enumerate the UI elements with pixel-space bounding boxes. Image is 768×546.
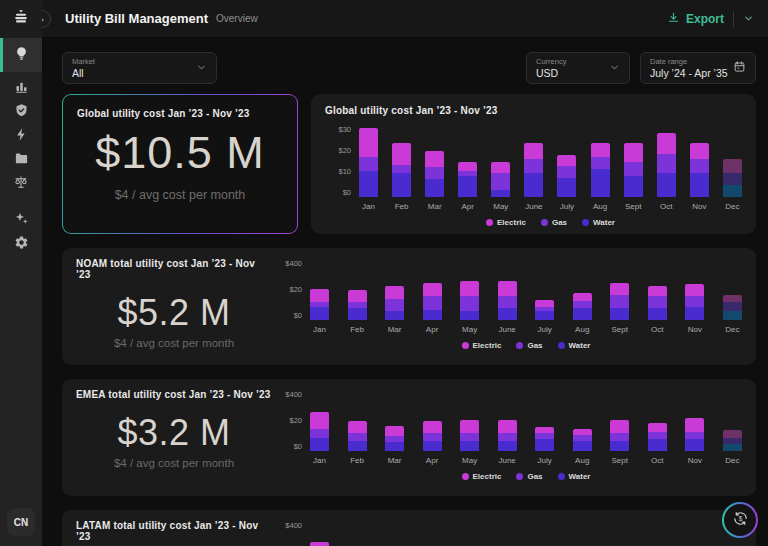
x-axis-label: Aug bbox=[591, 202, 610, 211]
export-button[interactable]: Export bbox=[667, 10, 724, 28]
bar-mar[interactable] bbox=[425, 151, 444, 197]
bar-may[interactable] bbox=[460, 420, 479, 452]
bar-may[interactable] bbox=[460, 281, 479, 320]
legend-item-gas[interactable]: Gas bbox=[541, 218, 567, 227]
global-kpi-title: Global utility cost Jan ’23 - Nov ’23 bbox=[77, 108, 283, 119]
emea-kpi: EMEA total utility cost Jan ’23 - Nov ’2… bbox=[76, 389, 272, 488]
legend-item-gas[interactable]: Gas bbox=[516, 341, 542, 350]
legend-item-electric[interactable]: Electric bbox=[462, 472, 502, 481]
legend-item-electric[interactable]: Electric bbox=[462, 341, 502, 350]
sidebar-item-ai[interactable] bbox=[0, 208, 42, 232]
bar-nov[interactable] bbox=[685, 418, 704, 451]
legend-dot bbox=[558, 473, 565, 480]
emea-title: EMEA total utility cost Jan ’23 - Nov ’2… bbox=[76, 389, 272, 400]
bar-aug[interactable] bbox=[573, 429, 592, 452]
sidebar-item-utilities[interactable] bbox=[0, 38, 42, 72]
bar-segment-electric bbox=[423, 283, 442, 296]
sidebar-item-energy[interactable] bbox=[0, 124, 42, 148]
bar-feb[interactable] bbox=[348, 290, 367, 320]
bar-segment-electric bbox=[723, 430, 742, 438]
bar-july[interactable] bbox=[535, 427, 554, 451]
x-axis-label: Sept bbox=[610, 325, 629, 334]
bar-apr[interactable] bbox=[458, 162, 477, 197]
export-options-button[interactable] bbox=[743, 10, 754, 28]
bar-sept[interactable] bbox=[624, 143, 643, 197]
bar-segment-gas bbox=[573, 301, 592, 309]
bar-jan[interactable] bbox=[310, 289, 329, 321]
sidebar-item-documents[interactable] bbox=[0, 148, 42, 172]
noam-utility-chart: $400$20$0 JanFebMarAprMayJuneJulyAugSept… bbox=[272, 258, 742, 357]
sidebar-item-analytics[interactable] bbox=[0, 76, 42, 100]
sidebar: CN bbox=[0, 0, 42, 546]
bar-june[interactable] bbox=[498, 420, 517, 452]
bar-oct[interactable] bbox=[648, 286, 667, 321]
legend-item-gas[interactable]: Gas bbox=[516, 472, 542, 481]
bar-feb[interactable] bbox=[348, 421, 367, 451]
currency-select[interactable]: Currency USD bbox=[526, 52, 630, 84]
market-label: Market bbox=[72, 57, 95, 66]
legend-item-water[interactable]: Water bbox=[558, 341, 591, 350]
bar-segment-water bbox=[423, 441, 442, 452]
global-kpi-card[interactable]: Global utility cost Jan ’23 - Nov ’23 $1… bbox=[62, 94, 298, 234]
bars-area bbox=[359, 126, 742, 197]
bar-oct[interactable] bbox=[657, 133, 676, 197]
bar-dec[interactable] bbox=[723, 430, 742, 451]
bar-jan[interactable] bbox=[359, 128, 378, 197]
bar-jan[interactable] bbox=[310, 412, 329, 451]
bar-july[interactable] bbox=[557, 155, 576, 197]
bar-nov[interactable] bbox=[685, 284, 704, 320]
bar-july[interactable] bbox=[535, 300, 554, 320]
x-axis-label: Mar bbox=[385, 325, 404, 334]
bar-mar[interactable] bbox=[385, 426, 404, 452]
header-actions: Export bbox=[667, 10, 754, 28]
bar-sept[interactable] bbox=[610, 420, 629, 452]
bar-feb[interactable] bbox=[392, 143, 411, 197]
bar-june[interactable] bbox=[498, 281, 517, 320]
y-axis-tick: $20 bbox=[289, 417, 302, 425]
x-axis-label-text: Aug bbox=[575, 456, 589, 465]
bar-oct[interactable] bbox=[648, 423, 667, 452]
user-avatar[interactable]: CN bbox=[7, 508, 35, 536]
bar-nov[interactable] bbox=[690, 143, 709, 197]
bar-segment-water bbox=[498, 308, 517, 320]
legend-item-water[interactable]: Water bbox=[582, 218, 615, 227]
bar-segment-gas bbox=[491, 173, 510, 190]
bar-may[interactable] bbox=[491, 162, 510, 197]
bar-segment-electric bbox=[557, 155, 576, 167]
currency-exchange-fab[interactable]: $ bbox=[722, 502, 758, 538]
market-select[interactable]: Market All bbox=[62, 52, 217, 84]
sidebar-item-settings[interactable] bbox=[0, 232, 42, 256]
bar-aug[interactable] bbox=[591, 143, 610, 197]
bar-segment-water bbox=[573, 308, 592, 320]
bar-dec[interactable] bbox=[723, 295, 742, 321]
bar-segment-water bbox=[385, 442, 404, 451]
bar-aug[interactable] bbox=[573, 293, 592, 320]
top-bar: Utility Bill Management Overview Export bbox=[42, 0, 768, 38]
legend-item-water[interactable]: Water bbox=[558, 472, 591, 481]
export-label: Export bbox=[686, 12, 724, 26]
bar-apr[interactable] bbox=[423, 421, 442, 451]
date-range-picker[interactable]: Date range July ’24 - Apr ’35 bbox=[640, 52, 756, 84]
sidebar-item-legal[interactable] bbox=[0, 172, 42, 196]
bar-segment-gas bbox=[425, 167, 444, 179]
bar-mar[interactable] bbox=[385, 286, 404, 321]
chevron-down-icon bbox=[196, 59, 207, 77]
bar-segment-water bbox=[690, 173, 709, 197]
bar-segment-water bbox=[557, 178, 576, 197]
bar-segment-gas bbox=[685, 296, 704, 307]
bar-jan[interactable] bbox=[310, 542, 329, 546]
x-axis-label: May bbox=[460, 456, 479, 465]
x-axis-label-text: Jan bbox=[362, 202, 375, 211]
legend-item-electric[interactable]: Electric bbox=[486, 218, 526, 227]
legend-dot bbox=[558, 342, 565, 349]
bar-june[interactable] bbox=[524, 143, 543, 197]
x-axis-label: Feb bbox=[348, 456, 367, 465]
app-logo[interactable] bbox=[0, 0, 42, 38]
sidebar-item-compliance[interactable] bbox=[0, 100, 42, 124]
x-axis-label: Aug bbox=[573, 325, 592, 334]
bar-sept[interactable] bbox=[610, 283, 629, 321]
bar-apr[interactable] bbox=[423, 283, 442, 320]
bar-dec[interactable] bbox=[723, 159, 742, 197]
bar-segment-electric bbox=[648, 286, 667, 297]
bar-segment-gas bbox=[460, 296, 479, 311]
